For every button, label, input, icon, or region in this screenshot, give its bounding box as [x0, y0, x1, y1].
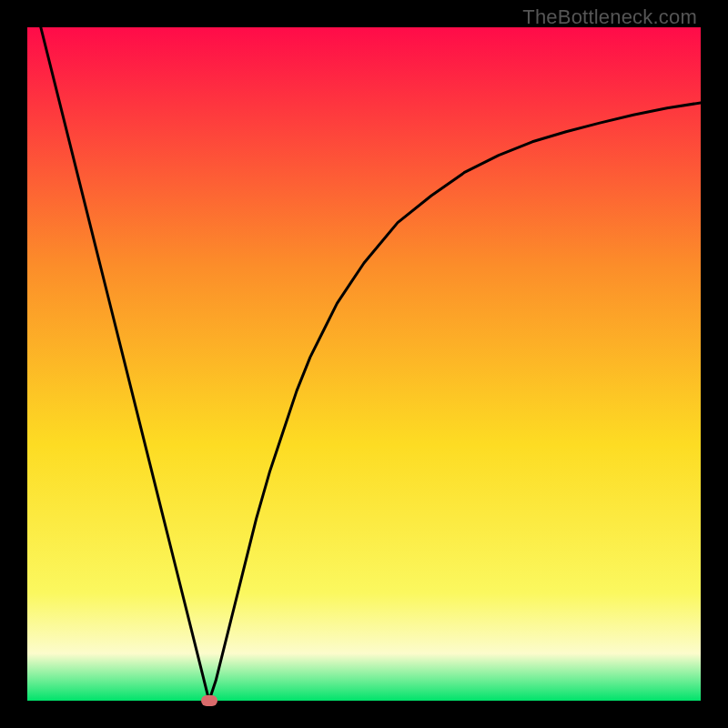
watermark-label: TheBottleneck.com	[522, 5, 697, 29]
optimum-marker	[201, 695, 217, 706]
chart-plot	[27, 27, 701, 701]
chart-frame	[27, 27, 701, 701]
gradient-background	[27, 27, 701, 701]
